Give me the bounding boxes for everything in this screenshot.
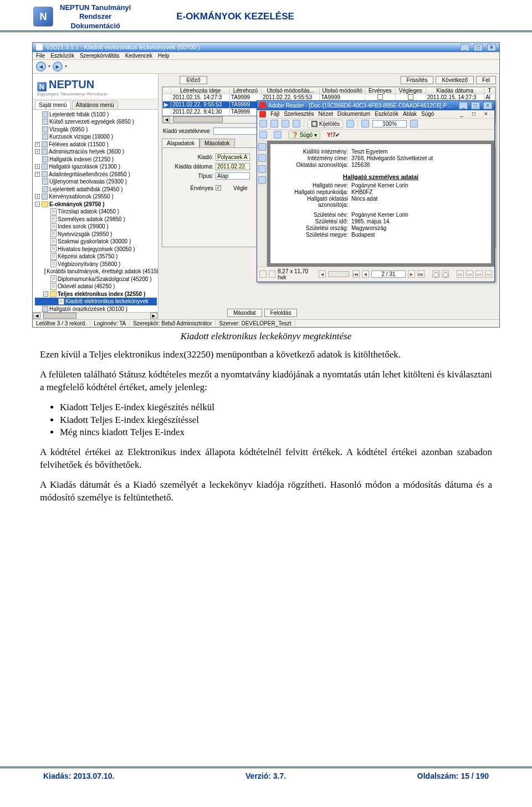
foot-layout2-icon[interactable]: ▭ [466, 270, 473, 278]
adobe-menu-nezet[interactable]: Nézet [319, 111, 333, 118]
grid-header[interactable]: Utolsó módosítás... [262, 87, 320, 94]
tree-item[interactable]: +Kérvénysablonok (29550 ) [35, 193, 157, 201]
tree-item[interactable]: Vizsgák (6950 ) [35, 126, 157, 134]
tree-expand-icon[interactable]: + [35, 149, 40, 154]
tree-item[interactable]: Képzési adatok (35750 ) [35, 253, 157, 261]
tree-item[interactable]: -E-okmányok (29750 ) [35, 201, 157, 208]
grid-header[interactable]: Utolsó módosító [320, 87, 365, 94]
tab-alapadatok[interactable]: Alapadatok [162, 139, 200, 147]
zoomout-icon[interactable] [410, 120, 418, 127]
grid-header[interactable]: Létrehozás ideje [171, 87, 229, 94]
tree-item[interactable]: +Adminisztrációs helyek (3600 ) [35, 148, 157, 156]
save-icon[interactable] [259, 120, 267, 127]
search-icon[interactable] [293, 120, 300, 127]
tree-item[interactable]: +Hallgatói igazolások (21300 ) [35, 163, 157, 171]
comments-icon[interactable] [258, 176, 266, 184]
foot-icon-1[interactable] [259, 270, 267, 278]
adobe-viewport[interactable]: Kiállító intézmény:Teszt Egyetem Intézmé… [267, 141, 494, 267]
scroll-right-icon[interactable]: ► [150, 313, 157, 319]
adobe-menu-ablak[interactable]: Ablak [403, 111, 417, 118]
datum-input[interactable]: 2011.02.22. [216, 163, 250, 170]
tree-item[interactable]: Index sorok (29900 ) [35, 223, 157, 231]
tree-item[interactable]: Hivatalos bejegyzések (30050 ) [35, 246, 157, 253]
sidebar-tree[interactable]: Lejelentett hibák (5100 )Külső szervezet… [33, 110, 158, 312]
foot-layout4-icon[interactable]: ▭ [485, 270, 492, 278]
kijeloles-button[interactable]: 🔲 Kijelölés [308, 120, 343, 128]
close-button[interactable]: × [487, 44, 496, 51]
scroll-thumb[interactable] [43, 313, 76, 319]
tree-item[interactable]: +Adatintegritásellenőrzés (26850 ) [35, 171, 157, 178]
tree-item[interactable]: +Féléves adatok (11500 ) [35, 141, 157, 149]
up-button[interactable]: Fel [476, 76, 496, 84]
adobe-inner-max[interactable]: □ [472, 111, 480, 117]
adobe-inner-close[interactable]: × [484, 111, 492, 117]
menu-favs[interactable]: Kedvencek [125, 53, 152, 59]
sidebar-scrollbar[interactable]: ◄ ► [33, 312, 158, 319]
tree-expand-icon[interactable]: + [35, 142, 40, 147]
foot-layout3-icon[interactable]: ▭ [475, 270, 483, 278]
pages-icon[interactable] [258, 143, 266, 151]
foot-view2-icon[interactable]: ◯ [442, 270, 449, 278]
tree-expand-icon[interactable]: - [35, 202, 40, 207]
tree-expand-icon[interactable]: + [35, 194, 40, 199]
tree-item[interactable]: Korábbi tanulmányok, érettségi adatok (4… [35, 268, 157, 275]
ervenyes-checkbox[interactable] [216, 185, 221, 191]
grid-header[interactable]: Kiadás dátuma [426, 87, 484, 94]
sidebar-tab-altalanos[interactable]: Általános menü [72, 100, 118, 109]
tree-item[interactable]: Nyelvvizsgák (29950 ) [35, 231, 157, 238]
sidebar-tab-sajat[interactable]: Saját menü [35, 100, 71, 109]
page-next-button[interactable]: ► [408, 270, 415, 278]
page-indicator[interactable]: 2 / 31 [371, 270, 406, 278]
tree-item[interactable]: Diplomamunka/Szakdolgozat (45200 ) [35, 275, 157, 283]
adobe-menu-sugo[interactable]: Súgó [421, 111, 434, 118]
adobe-menu-szerk[interactable]: Szerkesztés [284, 111, 314, 118]
foot-scroll-left[interactable]: ◄ [319, 270, 326, 278]
tree-item[interactable]: Törzslap adatok (34050 ) [35, 208, 157, 216]
tree-expand-icon[interactable]: + [35, 172, 40, 177]
menu-role[interactable]: Szerepkörváltás [80, 53, 120, 59]
tree-expand-icon[interactable]: - [43, 292, 48, 297]
nav-forward-button[interactable]: ► [53, 62, 63, 71]
tool-icon[interactable] [274, 131, 282, 139]
attach-icon[interactable] [258, 165, 266, 173]
snapshot-icon[interactable] [346, 120, 354, 127]
adobe-min-button[interactable]: _ [459, 102, 468, 109]
tree-expand-icon[interactable]: + [35, 164, 40, 169]
tree-item[interactable]: Ujjlenyomat beolvasás (29300 ) [35, 178, 157, 186]
tree-item[interactable]: -Teljes elektronikus index (32550 ) [35, 290, 157, 298]
adobe-inner-min[interactable]: _ [460, 111, 468, 117]
grid-header[interactable]: Végleges [395, 87, 426, 94]
grid-header[interactable]: Érvényes [365, 87, 395, 94]
grid-header[interactable]: Létrehozó [229, 87, 261, 94]
grid-header[interactable] [163, 87, 171, 94]
tree-item[interactable]: Külső szervezeti egységek (6850 ) [35, 118, 157, 126]
prev-button[interactable]: Előző [180, 76, 207, 84]
tree-item[interactable]: Hallgatói óraütközések (30100 ) [35, 305, 157, 312]
masodlat-button[interactable]: Másodlat [227, 309, 262, 317]
foot-view1-icon[interactable]: ◯ [432, 270, 439, 278]
tipus-input[interactable]: Alap [216, 172, 250, 180]
zoom-input[interactable]: 100% [372, 120, 407, 127]
page-last-button[interactable]: ⏭ [417, 270, 424, 278]
page-icon[interactable] [259, 131, 267, 139]
foot-scroll-track[interactable] [328, 271, 349, 277]
minimize-button[interactable]: _ [461, 44, 469, 51]
menu-tools[interactable]: Eszközök [50, 53, 74, 59]
refresh-button[interactable]: Frissítés [401, 76, 434, 84]
maximize-button[interactable]: □ [474, 44, 483, 51]
menu-help[interactable]: Help [158, 53, 170, 59]
scroll-left-icon[interactable]: ◄ [33, 313, 40, 319]
tree-item[interactable]: Végbizonyítvány (35800 ) [35, 261, 157, 268]
zoomin-icon[interactable] [361, 120, 369, 127]
tree-item[interactable]: Kiadott elektronikus leckekönyvek [35, 298, 157, 305]
adobe-menu-fajl[interactable]: Fájl [270, 111, 279, 118]
adobe-menu-dok[interactable]: Dokumentum [337, 111, 370, 118]
tree-item[interactable]: Hallgatók indexei (21250 ) [35, 156, 157, 164]
mail-icon[interactable] [282, 120, 289, 127]
adobe-menu-eszk[interactable]: Eszközök [375, 111, 398, 118]
grid-scroll-left-icon[interactable]: ◄ [163, 116, 170, 122]
grid-checkbox[interactable] [408, 94, 413, 100]
page-prev-button[interactable]: ◄ [362, 270, 369, 278]
kiado-input[interactable]: Polyacsek A [216, 154, 250, 161]
page-first-button[interactable]: ⏮ [352, 270, 360, 278]
